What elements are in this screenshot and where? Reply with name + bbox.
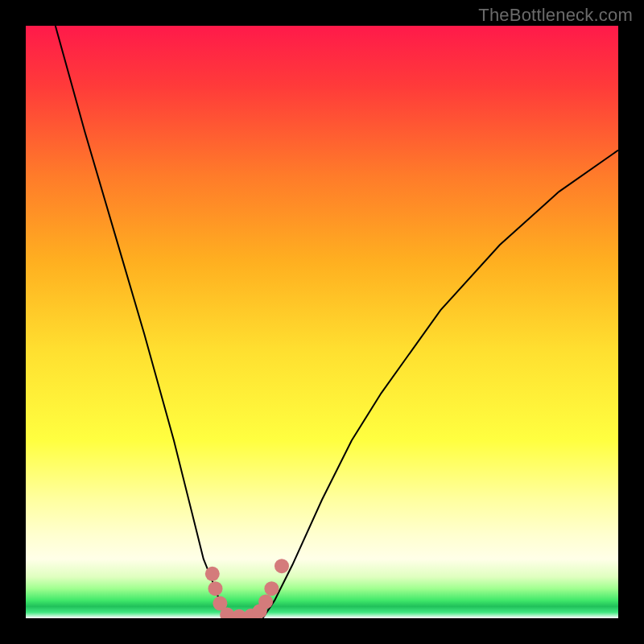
curve-layer [26, 26, 618, 618]
curve-left-limb [56, 26, 227, 618]
marker-dot [264, 581, 279, 596]
marker-dot [205, 567, 220, 581]
plot-area [26, 26, 618, 618]
marker-dot [275, 559, 289, 573]
marker-dot [208, 581, 223, 596]
curve-right-limb [262, 151, 618, 618]
marker-dot [258, 594, 273, 609]
chart-frame: TheBottleneck.com [0, 0, 644, 644]
watermark-text: TheBottleneck.com [478, 5, 633, 26]
